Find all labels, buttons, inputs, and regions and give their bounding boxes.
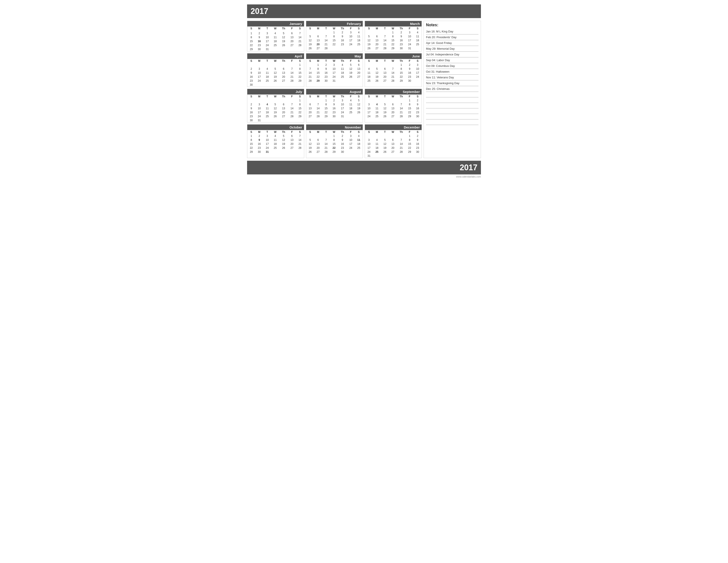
calendar-day — [397, 98, 406, 102]
day-header: M — [373, 26, 381, 30]
calendar-day: 12 — [271, 106, 279, 110]
calendar-day: 17 — [255, 75, 263, 79]
calendar-day: 23 — [247, 114, 255, 118]
calendar-day: 18 — [355, 142, 363, 146]
calendar-day: 29 — [406, 150, 414, 154]
calendar-day: 10 — [406, 34, 414, 38]
month-block-october: OctoberSMTWThFS1234567891011121314151617… — [247, 124, 304, 158]
calendar-day: 26 — [279, 146, 288, 150]
calendar-day: 1 — [247, 31, 255, 35]
calendar-day: 22 — [247, 146, 255, 150]
month-table-february: SMTWThFS12345678910111213141516171819202… — [306, 26, 363, 50]
calendar-day: 11 — [263, 106, 271, 110]
calendar-day: 13 — [381, 71, 389, 75]
calendar-day — [296, 150, 304, 154]
calendar-day: 2 — [247, 67, 255, 71]
calendar-day: 5 — [381, 138, 389, 142]
calendar-day: 6 — [288, 31, 296, 35]
calendar-day: 16 — [322, 71, 330, 75]
calendar-day: 19 — [373, 75, 381, 79]
calendar-day: 14 — [296, 35, 304, 39]
calendar-day — [288, 150, 296, 154]
calendar-day: 13 — [288, 138, 296, 142]
calendar-day — [247, 63, 255, 67]
day-header: F — [347, 130, 355, 134]
calendar-day: 11 — [271, 35, 279, 39]
day-header: W — [271, 130, 279, 134]
calendar-day: 8 — [296, 67, 304, 71]
calendar-day — [255, 98, 263, 102]
day-header: T — [381, 94, 389, 98]
calendar-day — [365, 30, 373, 34]
calendar-day: 21 — [322, 146, 330, 150]
month-header-june: June — [365, 53, 422, 59]
day-header: F — [347, 26, 355, 30]
month-header-august: August — [306, 89, 363, 94]
calendar-day: 1 — [330, 134, 338, 138]
calendar-day: 29 — [397, 79, 406, 83]
calendar-day: 11 — [263, 71, 271, 75]
calendar-day: 13 — [314, 38, 322, 42]
calendar-day: 27 — [355, 75, 363, 79]
calendar-day: 4 — [414, 30, 422, 34]
calendar-day: 4 — [271, 31, 279, 35]
calendar-day: 1 — [314, 63, 322, 67]
calendar-day: 22 — [397, 75, 406, 79]
calendar-day: 27 — [373, 46, 381, 50]
calendar-day: 7 — [381, 34, 389, 38]
calendar-day: 13 — [314, 142, 322, 146]
calendar-day: 2 — [414, 134, 422, 138]
calendar-day: 21 — [389, 75, 397, 79]
holiday-item: Jan 16: M L King Day — [426, 29, 478, 34]
calendar-day: 15 — [389, 38, 397, 42]
calendar-day — [397, 154, 406, 158]
calendar-day: 16 — [397, 38, 406, 42]
calendar-day: 27 — [381, 79, 389, 83]
calendar-day — [296, 47, 304, 51]
day-header: M — [373, 59, 381, 63]
calendar-day — [263, 83, 271, 87]
calendar-day: 7 — [288, 102, 296, 106]
calendar-day: 27 — [314, 150, 322, 154]
calendar-day: 11 — [414, 34, 422, 38]
calendar-day: 3 — [347, 134, 355, 138]
calendar-day: 12 — [381, 142, 389, 146]
calendar-day: 14 — [314, 106, 322, 110]
calendar-day: 6 — [314, 138, 322, 142]
calendar-day — [355, 114, 363, 118]
day-header: W — [330, 59, 338, 63]
calendar-day: 23 — [406, 75, 414, 79]
calendar-day: 26 — [347, 75, 355, 79]
calendar-day: 2 — [322, 63, 330, 67]
calendar-day — [296, 118, 304, 122]
day-header: S — [365, 130, 373, 134]
calendar-day: 5 — [279, 31, 288, 35]
calendar-day: 26 — [381, 114, 389, 118]
calendar-day: 8 — [322, 102, 330, 106]
calendar-day: 29 — [406, 114, 414, 118]
calendar-day — [373, 30, 381, 34]
calendar-day — [355, 46, 363, 50]
calendar-day: 27 — [389, 114, 397, 118]
calendar-day — [306, 98, 314, 102]
calendar-day — [306, 134, 314, 138]
holiday-item: Apr 14: Good Friday — [426, 40, 478, 46]
calendar-day: 6 — [306, 102, 314, 106]
day-header: F — [406, 94, 414, 98]
calendar-day — [373, 154, 381, 158]
calendar-day: 1 — [406, 98, 414, 102]
calendar-day: 30 — [406, 79, 414, 83]
calendar-day: 10 — [263, 138, 271, 142]
holiday-item: Oct 31: Halloween — [426, 69, 478, 75]
year-footer: 2017 — [460, 163, 477, 172]
calendar-day: 15 — [296, 106, 304, 110]
calendar-day — [279, 83, 288, 87]
month-table-september: SMTWThFS12345678910111213141516171819202… — [365, 94, 422, 118]
calendar-day — [306, 63, 314, 67]
day-header: W — [389, 59, 397, 63]
calendar-day: 22 — [322, 110, 330, 114]
day-header: T — [322, 26, 330, 30]
day-header: S — [414, 94, 422, 98]
calendar-day: 26 — [306, 46, 314, 50]
calendar-grid: JanuarySMTWThFS1234567891011121314151617… — [247, 21, 481, 158]
